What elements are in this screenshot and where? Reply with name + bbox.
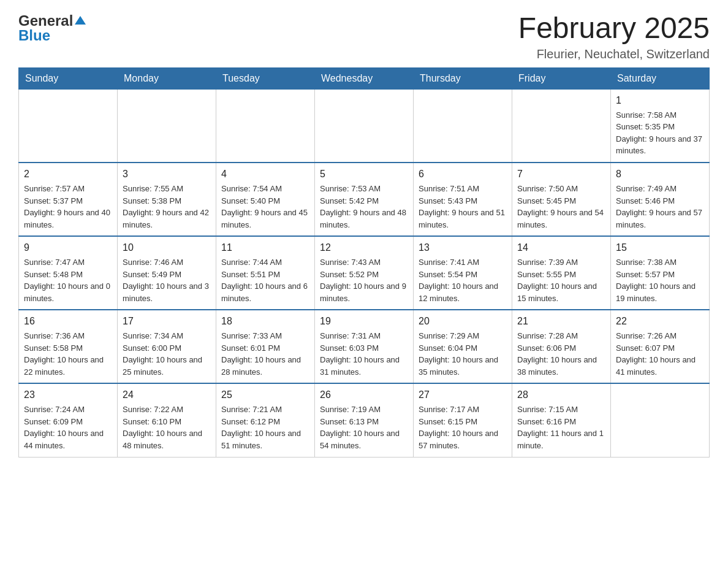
calendar-day-cell: 8Sunrise: 7:49 AM Sunset: 5:46 PM Daylig…: [611, 163, 710, 236]
day-number: 20: [419, 314, 507, 329]
day-number: 7: [517, 167, 605, 182]
header-day-sunday: Sunday: [19, 67, 118, 89]
calendar-day-cell: 18Sunrise: 7:33 AM Sunset: 6:01 PM Dayli…: [216, 310, 315, 383]
calendar-day-cell: 17Sunrise: 7:34 AM Sunset: 6:00 PM Dayli…: [118, 310, 216, 383]
day-number: 2: [24, 167, 112, 182]
calendar-week-row: 2Sunrise: 7:57 AM Sunset: 5:37 PM Daylig…: [19, 163, 710, 236]
day-info: Sunrise: 7:31 AM Sunset: 6:03 PM Dayligh…: [320, 331, 400, 377]
day-info: Sunrise: 7:54 AM Sunset: 5:40 PM Dayligh…: [221, 184, 308, 229]
day-info: Sunrise: 7:22 AM Sunset: 6:10 PM Dayligh…: [123, 405, 202, 450]
calendar-day-cell: 25Sunrise: 7:21 AM Sunset: 6:12 PM Dayli…: [216, 383, 315, 457]
calendar-day-cell: 22Sunrise: 7:26 AM Sunset: 6:07 PM Dayli…: [611, 310, 710, 383]
calendar-day-cell: 14Sunrise: 7:39 AM Sunset: 5:55 PM Dayli…: [512, 236, 611, 310]
day-number: 6: [419, 167, 507, 182]
day-number: 17: [123, 314, 211, 329]
header-day-thursday: Thursday: [414, 67, 512, 89]
day-number: 24: [123, 388, 211, 402]
logo-blue-text: Blue: [18, 27, 50, 44]
day-info: Sunrise: 7:58 AM Sunset: 5:35 PM Dayligh…: [616, 110, 702, 156]
day-number: 14: [517, 240, 605, 255]
day-info: Sunrise: 7:50 AM Sunset: 5:45 PM Dayligh…: [517, 184, 604, 229]
calendar-header-row: SundayMondayTuesdayWednesdayThursdayFrid…: [19, 67, 710, 89]
calendar-day-cell: [611, 383, 710, 457]
calendar-table: SundayMondayTuesdayWednesdayThursdayFrid…: [18, 67, 710, 458]
calendar-day-cell: 16Sunrise: 7:36 AM Sunset: 5:58 PM Dayli…: [19, 310, 118, 383]
day-number: 23: [24, 388, 112, 402]
logo: General Blue: [18, 12, 86, 44]
day-number: 9: [24, 240, 112, 255]
day-number: 18: [221, 314, 309, 329]
calendar-day-cell: [118, 89, 216, 163]
day-number: 10: [123, 240, 211, 255]
day-info: Sunrise: 7:41 AM Sunset: 5:54 PM Dayligh…: [419, 258, 498, 303]
day-number: 1: [616, 93, 704, 108]
calendar-day-cell: 6Sunrise: 7:51 AM Sunset: 5:43 PM Daylig…: [414, 163, 512, 236]
calendar-day-cell: 24Sunrise: 7:22 AM Sunset: 6:10 PM Dayli…: [118, 383, 216, 457]
calendar-day-cell: 11Sunrise: 7:44 AM Sunset: 5:51 PM Dayli…: [216, 236, 315, 310]
header-day-friday: Friday: [512, 67, 611, 89]
day-info: Sunrise: 7:33 AM Sunset: 6:01 PM Dayligh…: [221, 331, 301, 377]
calendar-day-cell: 15Sunrise: 7:38 AM Sunset: 5:57 PM Dayli…: [611, 236, 710, 310]
calendar-day-cell: 26Sunrise: 7:19 AM Sunset: 6:13 PM Dayli…: [315, 383, 414, 457]
day-number: 21: [517, 314, 605, 329]
day-number: 15: [616, 240, 704, 255]
day-info: Sunrise: 7:44 AM Sunset: 5:51 PM Dayligh…: [221, 258, 308, 303]
calendar-day-cell: 4Sunrise: 7:54 AM Sunset: 5:40 PM Daylig…: [216, 163, 315, 236]
calendar-day-cell: 12Sunrise: 7:43 AM Sunset: 5:52 PM Dayli…: [315, 236, 414, 310]
day-info: Sunrise: 7:38 AM Sunset: 5:57 PM Dayligh…: [616, 258, 696, 303]
header-day-saturday: Saturday: [611, 67, 710, 89]
day-info: Sunrise: 7:17 AM Sunset: 6:15 PM Dayligh…: [419, 405, 498, 450]
day-info: Sunrise: 7:29 AM Sunset: 6:04 PM Dayligh…: [419, 331, 498, 377]
day-info: Sunrise: 7:51 AM Sunset: 5:43 PM Dayligh…: [419, 184, 505, 229]
day-number: 12: [320, 240, 408, 255]
day-number: 5: [320, 167, 408, 182]
calendar-day-cell: [19, 89, 118, 163]
calendar-week-row: 16Sunrise: 7:36 AM Sunset: 5:58 PM Dayli…: [19, 310, 710, 383]
day-info: Sunrise: 7:47 AM Sunset: 5:48 PM Dayligh…: [24, 258, 110, 303]
day-info: Sunrise: 7:34 AM Sunset: 6:00 PM Dayligh…: [123, 331, 202, 377]
day-number: 22: [616, 314, 704, 329]
header-day-tuesday: Tuesday: [216, 67, 315, 89]
day-number: 19: [320, 314, 408, 329]
day-info: Sunrise: 7:39 AM Sunset: 5:55 PM Dayligh…: [517, 258, 597, 303]
day-number: 13: [419, 240, 507, 255]
day-number: 8: [616, 167, 704, 182]
header-day-monday: Monday: [118, 67, 216, 89]
day-number: 27: [419, 388, 507, 402]
day-info: Sunrise: 7:36 AM Sunset: 5:58 PM Dayligh…: [24, 331, 104, 377]
day-number: 3: [123, 167, 211, 182]
day-number: 28: [517, 388, 605, 402]
calendar-day-cell: 23Sunrise: 7:24 AM Sunset: 6:09 PM Dayli…: [19, 383, 118, 457]
calendar-day-cell: 28Sunrise: 7:15 AM Sunset: 6:16 PM Dayli…: [512, 383, 611, 457]
page-header: General Blue February 2025 Fleurier, Neu…: [18, 12, 710, 61]
day-number: 26: [320, 388, 408, 402]
calendar-week-row: 1Sunrise: 7:58 AM Sunset: 5:35 PM Daylig…: [19, 89, 710, 163]
calendar-day-cell: 21Sunrise: 7:28 AM Sunset: 6:06 PM Dayli…: [512, 310, 611, 383]
calendar-day-cell: 19Sunrise: 7:31 AM Sunset: 6:03 PM Dayli…: [315, 310, 414, 383]
header-day-wednesday: Wednesday: [315, 67, 414, 89]
day-info: Sunrise: 7:26 AM Sunset: 6:07 PM Dayligh…: [616, 331, 696, 377]
calendar-day-cell: [414, 89, 512, 163]
calendar-week-row: 23Sunrise: 7:24 AM Sunset: 6:09 PM Dayli…: [19, 383, 710, 457]
day-info: Sunrise: 7:55 AM Sunset: 5:38 PM Dayligh…: [123, 184, 209, 229]
calendar-week-row: 9Sunrise: 7:47 AM Sunset: 5:48 PM Daylig…: [19, 236, 710, 310]
day-info: Sunrise: 7:49 AM Sunset: 5:46 PM Dayligh…: [616, 184, 702, 229]
day-number: 16: [24, 314, 112, 329]
calendar-day-cell: 20Sunrise: 7:29 AM Sunset: 6:04 PM Dayli…: [414, 310, 512, 383]
calendar-day-cell: 13Sunrise: 7:41 AM Sunset: 5:54 PM Dayli…: [414, 236, 512, 310]
calendar-day-cell: 7Sunrise: 7:50 AM Sunset: 5:45 PM Daylig…: [512, 163, 611, 236]
day-info: Sunrise: 7:53 AM Sunset: 5:42 PM Dayligh…: [320, 184, 406, 229]
calendar-day-cell: 3Sunrise: 7:55 AM Sunset: 5:38 PM Daylig…: [118, 163, 216, 236]
calendar-day-cell: [512, 89, 611, 163]
calendar-day-cell: 27Sunrise: 7:17 AM Sunset: 6:15 PM Dayli…: [414, 383, 512, 457]
day-info: Sunrise: 7:46 AM Sunset: 5:49 PM Dayligh…: [123, 258, 209, 303]
day-info: Sunrise: 7:15 AM Sunset: 6:16 PM Dayligh…: [517, 405, 604, 450]
calendar-day-cell: 9Sunrise: 7:47 AM Sunset: 5:48 PM Daylig…: [19, 236, 118, 310]
day-number: 25: [221, 388, 309, 402]
calendar-day-cell: [216, 89, 315, 163]
logo-triangle-icon: [75, 16, 86, 25]
location: Fleurier, Neuchatel, Switzerland: [518, 47, 710, 61]
calendar-day-cell: 5Sunrise: 7:53 AM Sunset: 5:42 PM Daylig…: [315, 163, 414, 236]
day-info: Sunrise: 7:43 AM Sunset: 5:52 PM Dayligh…: [320, 258, 406, 303]
day-number: 11: [221, 240, 309, 255]
